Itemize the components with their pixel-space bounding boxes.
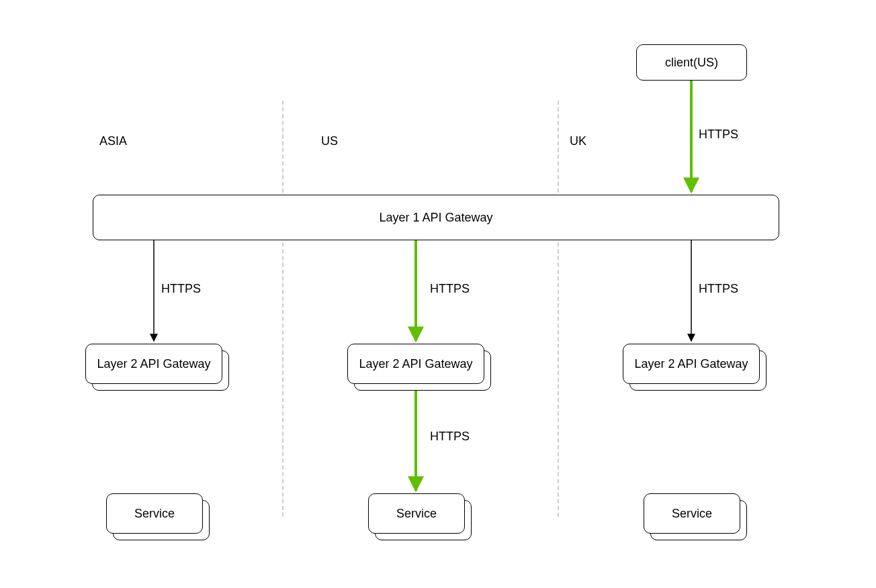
- node-service-uk-label: Service: [672, 507, 712, 521]
- node-layer2-us: Layer 2 API Gateway: [347, 344, 491, 391]
- node-layer1-label: Layer 1 API Gateway: [379, 211, 492, 225]
- node-layer1-gateway: Layer 1 API Gateway: [93, 195, 779, 240]
- node-layer2-uk: Layer 2 API Gateway: [623, 344, 766, 391]
- node-service-uk: Service: [644, 493, 747, 540]
- edge-label-l1-to-l2-us: HTTPS: [430, 282, 470, 296]
- edge-label-client-to-l1: HTTPS: [699, 128, 738, 142]
- node-layer2-uk-label: Layer 2 API Gateway: [634, 357, 748, 371]
- divider-us-uk: [558, 101, 559, 517]
- diagram-canvas: ASIA US UK client(US) Layer 1 API Gatewa…: [0, 0, 876, 588]
- node-layer2-asia: Layer 2 API Gateway: [85, 344, 229, 391]
- edge-label-l1-to-l2-uk: HTTPS: [699, 282, 738, 296]
- node-service-us-label: Service: [396, 507, 437, 521]
- node-service-asia: Service: [106, 493, 210, 540]
- node-client-label: client(US): [665, 56, 718, 70]
- region-label-asia: ASIA: [99, 134, 127, 148]
- node-layer2-asia-label: Layer 2 API Gateway: [97, 357, 210, 371]
- node-service-us: Service: [368, 493, 472, 540]
- region-label-uk: UK: [570, 134, 586, 148]
- node-client: client(US): [636, 44, 747, 81]
- region-label-us: US: [321, 134, 338, 148]
- edge-label-l2-to-svc-us: HTTPS: [430, 430, 470, 444]
- node-service-asia-label: Service: [134, 507, 175, 521]
- edge-label-l1-to-l2-asia: HTTPS: [161, 282, 201, 296]
- node-layer2-us-label: Layer 2 API Gateway: [359, 357, 472, 371]
- divider-asia-us: [282, 101, 283, 517]
